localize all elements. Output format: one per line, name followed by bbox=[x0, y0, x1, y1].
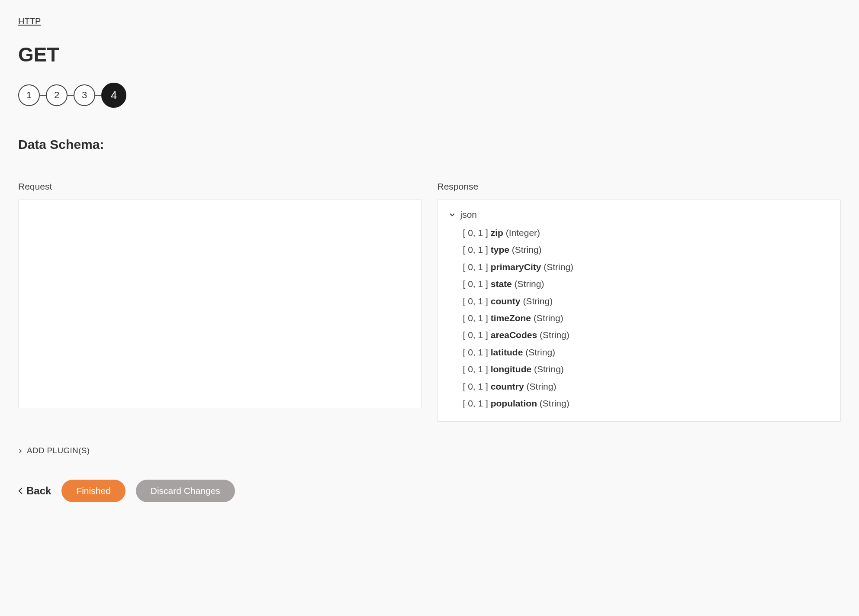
field-type: (String) bbox=[537, 398, 569, 408]
request-body[interactable] bbox=[18, 200, 422, 408]
field-type: (String) bbox=[524, 381, 557, 391]
field-type: (String) bbox=[523, 347, 555, 357]
wizard-stepper: 1 2 3 4 bbox=[18, 83, 841, 108]
field-prefix: [ 0, 1 ] bbox=[463, 347, 491, 357]
field-type: (Integer) bbox=[503, 228, 540, 238]
field-type: (String) bbox=[541, 262, 573, 272]
request-panel: Request bbox=[18, 181, 422, 422]
field-row[interactable]: [ 0, 1 ] areaCodes (String) bbox=[463, 326, 830, 343]
field-name: country bbox=[491, 381, 524, 391]
field-name: population bbox=[491, 398, 537, 408]
step-2[interactable]: 2 bbox=[46, 84, 68, 106]
field-row[interactable]: [ 0, 1 ] county (String) bbox=[463, 293, 830, 310]
field-name: primaryCity bbox=[491, 262, 541, 272]
tree-root[interactable]: json bbox=[449, 210, 830, 220]
field-row[interactable]: [ 0, 1 ] primaryCity (String) bbox=[463, 258, 830, 275]
response-body: json [ 0, 1 ] zip (Integer)[ 0, 1 ] type… bbox=[438, 200, 841, 422]
add-plugins-toggle[interactable]: ADD PLUGIN(S) bbox=[18, 446, 841, 455]
step-connector bbox=[95, 95, 101, 96]
discard-changes-button[interactable]: Discard Changes bbox=[136, 480, 235, 502]
tree-children: [ 0, 1 ] zip (Integer)[ 0, 1 ] type (Str… bbox=[463, 224, 830, 412]
field-prefix: [ 0, 1 ] bbox=[463, 279, 491, 289]
chevron-right-icon bbox=[18, 446, 23, 455]
page-title: GET bbox=[18, 43, 841, 66]
step-connector bbox=[68, 95, 74, 96]
field-row[interactable]: [ 0, 1 ] state (String) bbox=[463, 275, 830, 292]
breadcrumb-http[interactable]: HTTP bbox=[18, 16, 41, 26]
field-prefix: [ 0, 1 ] bbox=[463, 381, 491, 391]
field-row[interactable]: [ 0, 1 ] country (String) bbox=[463, 378, 830, 395]
response-label: Response bbox=[438, 181, 841, 192]
field-prefix: [ 0, 1 ] bbox=[463, 330, 491, 340]
field-name: type bbox=[491, 245, 509, 255]
field-row[interactable]: [ 0, 1 ] population (String) bbox=[463, 395, 830, 412]
field-type: (String) bbox=[537, 330, 569, 340]
field-row[interactable]: [ 0, 1 ] latitude (String) bbox=[463, 344, 830, 361]
request-label: Request bbox=[18, 181, 422, 192]
section-title: Data Schema: bbox=[18, 137, 841, 152]
field-prefix: [ 0, 1 ] bbox=[463, 228, 491, 238]
field-type: (String) bbox=[521, 296, 553, 306]
field-name: county bbox=[491, 296, 521, 306]
field-name: longitude bbox=[491, 364, 531, 374]
field-type: (String) bbox=[531, 364, 564, 374]
field-row[interactable]: [ 0, 1 ] zip (Integer) bbox=[463, 224, 830, 241]
field-name: areaCodes bbox=[491, 330, 537, 340]
field-type: (String) bbox=[512, 279, 544, 289]
finished-button[interactable]: Finished bbox=[61, 480, 125, 502]
back-label: Back bbox=[26, 485, 51, 497]
field-prefix: [ 0, 1 ] bbox=[463, 364, 491, 374]
field-row[interactable]: [ 0, 1 ] timeZone (String) bbox=[463, 310, 830, 326]
back-button[interactable]: Back bbox=[18, 485, 51, 497]
field-row[interactable]: [ 0, 1 ] longitude (String) bbox=[463, 361, 830, 377]
field-name: timeZone bbox=[491, 313, 531, 323]
chevron-down-icon[interactable] bbox=[449, 212, 455, 218]
footer-actions: Back Finished Discard Changes bbox=[18, 480, 841, 502]
add-plugins-label: ADD PLUGIN(S) bbox=[27, 446, 90, 455]
field-type: (String) bbox=[531, 313, 563, 323]
step-1[interactable]: 1 bbox=[18, 84, 40, 106]
field-row[interactable]: [ 0, 1 ] type (String) bbox=[463, 241, 830, 258]
field-prefix: [ 0, 1 ] bbox=[463, 262, 491, 272]
tree-root-label: json bbox=[460, 210, 477, 220]
field-name: state bbox=[491, 279, 512, 289]
field-prefix: [ 0, 1 ] bbox=[463, 245, 491, 255]
field-prefix: [ 0, 1 ] bbox=[463, 398, 491, 408]
step-4[interactable]: 4 bbox=[101, 83, 126, 108]
field-prefix: [ 0, 1 ] bbox=[463, 313, 491, 323]
response-panel: Response json [ 0, 1 ] zip (Integer)[ 0,… bbox=[438, 181, 841, 422]
chevron-left-icon bbox=[18, 487, 23, 495]
step-connector bbox=[40, 95, 46, 96]
field-name: zip bbox=[491, 228, 503, 238]
field-prefix: [ 0, 1 ] bbox=[463, 296, 491, 306]
field-name: latitude bbox=[491, 347, 523, 357]
step-3[interactable]: 3 bbox=[74, 84, 95, 106]
field-type: (String) bbox=[509, 245, 542, 255]
